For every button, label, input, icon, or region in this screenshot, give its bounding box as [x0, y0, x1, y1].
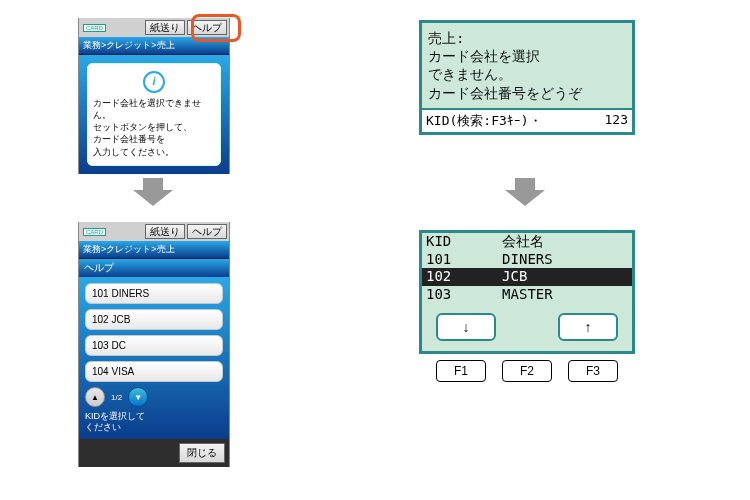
fkey-f1[interactable]: F1 — [436, 360, 486, 382]
table-row[interactable]: 102JCB — [422, 268, 632, 286]
breadcrumb: 業務>クレジット>売上 — [79, 241, 229, 259]
page-indicator: 1/2 — [111, 393, 122, 402]
function-keys: F1F2F3 — [419, 360, 635, 382]
softkey-up[interactable]: ↑ — [558, 313, 618, 341]
help-header: ヘルプ — [79, 259, 229, 277]
help-item[interactable]: 101 DINERS — [85, 283, 223, 304]
info-icon: i — [143, 71, 165, 93]
close-button[interactable]: 閉じる — [179, 443, 225, 463]
titlebar: CARD 紙送り ヘルプ — [79, 222, 229, 241]
kid-input-row: KID(検索:F3ｷｰ)・ 123 — [422, 108, 632, 132]
paper-feed-button[interactable]: 紙送り — [145, 20, 185, 35]
help-item[interactable]: 104 VISA — [85, 361, 223, 382]
help-prompt: KIDを選択して ください — [85, 411, 223, 433]
help-button[interactable]: ヘルプ — [187, 20, 227, 35]
titlebar: CARD 紙送り ヘルプ — [79, 18, 229, 37]
info-dialog: i カード会社を選択できません。 セットボタンを押して、 カード会社番号を 入力… — [87, 63, 221, 166]
pager: ▲ 1/2 ▼ — [85, 387, 223, 407]
arrow-down-icon — [133, 178, 173, 208]
softkey-down[interactable]: ↓ — [436, 313, 496, 341]
col-name: 会社名 — [498, 233, 632, 251]
kid-input-label: KID(検索:F3ｷｰ)・ — [426, 112, 542, 130]
lcd-text: 売上: カード会社を選択 できません。 カード会社番号をどうぞ — [422, 23, 632, 108]
card-badge: CARD — [83, 228, 106, 236]
page-next-button[interactable]: ▼ — [128, 387, 148, 407]
help-item[interactable]: 103 DC — [85, 335, 223, 356]
paper-feed-button[interactable]: 紙送り — [145, 224, 185, 239]
info-text: カード会社を選択できません。 セットボタンを押して、 カード会社番号を 入力して… — [93, 97, 215, 158]
table-row[interactable]: 101DINERS — [422, 251, 632, 269]
table-row[interactable]: 103MASTER — [422, 286, 632, 304]
lcd-terminal-prompt: 売上: カード会社を選択 できません。 カード会社番号をどうぞ KID(検索:F… — [419, 20, 635, 135]
lcd-terminal-list: KID会社名101DINERS102JCB103MASTER ↓ ↑ F1F2F… — [419, 230, 635, 382]
touch-terminal-info: CARD 紙送り ヘルプ 業務>クレジット>売上 i カード会社を選択できません… — [78, 18, 230, 174]
kid-input-value[interactable]: 123 — [605, 112, 628, 130]
page-prev-button[interactable]: ▲ — [85, 387, 105, 407]
breadcrumb: 業務>クレジット>売上 — [79, 37, 229, 55]
company-table: KID会社名101DINERS102JCB103MASTER — [422, 233, 632, 303]
fkey-f3[interactable]: F3 — [568, 360, 618, 382]
arrow-down-icon — [505, 178, 545, 208]
help-button[interactable]: ヘルプ — [187, 224, 227, 239]
help-body: 101 DINERS102 JCB103 DC104 VISA ▲ 1/2 ▼ … — [79, 277, 229, 439]
fkey-f2[interactable]: F2 — [502, 360, 552, 382]
col-kid: KID — [422, 233, 498, 251]
touch-terminal-help: CARD 紙送り ヘルプ 業務>クレジット>売上 ヘルプ 101 DINERS1… — [78, 222, 230, 467]
help-item[interactable]: 102 JCB — [85, 309, 223, 330]
card-badge: CARD — [83, 24, 106, 32]
